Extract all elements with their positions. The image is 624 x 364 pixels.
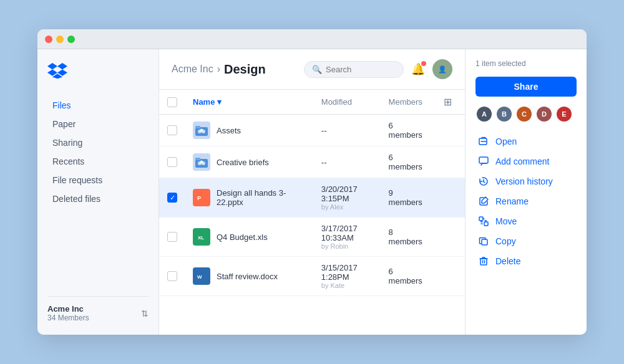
row-members-cell: 6 members [381,257,436,296]
header-checkbox-wrapper [167,97,178,108]
avatar-image: 👤 [432,59,452,79]
row-checkbox[interactable] [167,193,177,203]
app-window: Files Paper Sharing Recents File request… [37,29,587,335]
breadcrumb-chevron-icon: › [217,64,220,75]
svg-text:XL: XL [198,235,204,241]
share-button[interactable]: Share [475,77,577,97]
chevron-updown-icon[interactable]: ⇅ [141,309,149,318]
action-rename-label: Rename [495,196,529,206]
row-modified-cell: -- [314,115,381,146]
sidebar-item-files[interactable]: Files [47,97,149,114]
row-modified-cell: 3/17/2017 10:33AM by Robin [314,218,381,257]
row-modified-cell: 3/20/2017 3:15PM by Alex [314,178,381,218]
action-copy[interactable]: Copy [475,231,577,251]
file-table: Name ▾ Modified Members ⊞ [159,90,465,296]
action-list: Open Add comment Version history [475,132,577,271]
action-version-history-label: Version history [495,176,553,186]
sidebar-footer-info: Acme Inc 34 Members [47,304,89,322]
pptx-icon: P [193,189,210,206]
dropbox-logo-icon [47,62,67,79]
row-checkbox[interactable] [167,157,177,167]
search-input[interactable] [326,65,396,74]
action-move-label: Move [495,216,517,226]
action-open-label: Open [495,136,517,146]
breadcrumb-parent[interactable]: Acme Inc [172,64,213,75]
header-checkbox-col [159,90,185,115]
svg-point-9 [200,161,203,164]
copy-icon [478,236,489,247]
sidebar-item-paper[interactable]: Paper [47,115,149,133]
notification-badge [421,61,426,66]
sidebar: Files Paper Sharing Recents File request… [37,49,159,335]
action-open[interactable]: Open [475,132,577,151]
svg-rect-21 [480,259,487,265]
row-checkbox-cell [159,115,185,146]
row-members-cell: 6 members [381,146,436,178]
row-modified-cell: -- [314,146,381,178]
search-icon: 🔍 [312,65,322,74]
svg-rect-6 [195,158,200,160]
open-icon [478,136,489,147]
row-checkbox-cell [159,146,185,178]
sidebar-item-sharing[interactable]: Sharing [47,134,149,151]
row-name-cell: Creative briefs [185,146,314,178]
file-table-header: Name ▾ Modified Members ⊞ [159,90,465,115]
row-checkbox-cell [159,257,185,296]
row-name-cell: Assets [185,115,314,146]
table-row[interactable]: W Staff review.docx 3/15/2017 1:28PM by … [159,257,465,296]
sidebar-nav: Files Paper Sharing Recents File request… [47,97,149,296]
sidebar-item-file-requests[interactable]: File requests [47,171,149,189]
table-row[interactable]: Assets -- 6 members [159,115,465,146]
member-avatar-2: B [495,105,513,123]
col-grid-view[interactable]: ⊞ [436,90,465,115]
maximize-dot[interactable] [67,36,75,43]
svg-text:W: W [197,274,202,280]
action-rename[interactable]: Rename [475,191,577,211]
table-row[interactable]: XL Q4 Budget.xls 3/17/2017 10:33AM by Ro… [159,218,465,257]
action-add-comment[interactable]: Add comment [475,151,577,171]
notification-bell[interactable]: 🔔 [411,62,425,76]
breadcrumb-current: Design [224,62,266,77]
sidebar-item-deleted-files[interactable]: Deleted files [47,190,149,208]
header-checkbox[interactable] [167,97,177,107]
sidebar-footer: Acme Inc 34 Members ⇅ [47,296,149,322]
row-actions-cell [436,146,465,178]
col-name[interactable]: Name ▾ [185,90,314,115]
row-actions-cell [436,178,465,218]
row-checkbox[interactable] [167,125,177,135]
move-icon [478,216,489,227]
table-row[interactable]: P Design all hands 3-22.pptx 3/20/2017 3… [159,178,465,218]
header-right: 🔍 🔔 👤 [304,59,452,79]
row-actions-cell [436,257,465,296]
member-avatar-1: A [475,105,493,123]
delete-icon [478,256,489,267]
action-delete-label: Delete [495,256,520,266]
member-avatar-3: C [515,105,533,123]
grid-view-icon: ⊞ [444,97,452,107]
close-dot[interactable] [45,36,52,43]
row-checkbox[interactable] [167,232,177,242]
right-panel: 1 item selected Share A B C D E [465,49,587,335]
content-area: Acme Inc › Design 🔍 🔔 👤 [159,49,465,335]
action-move[interactable]: Move [475,211,577,231]
file-table-body: Assets -- 6 members [159,115,465,296]
user-avatar[interactable]: 👤 [432,59,452,79]
svg-rect-1 [195,126,200,128]
svg-rect-20 [482,239,487,245]
breadcrumb: Acme Inc › Design [172,62,266,77]
col-members[interactable]: Members [381,90,436,115]
action-delete[interactable]: Delete [475,251,577,271]
file-list-area: Name ▾ Modified Members ⊞ [159,90,465,335]
table-row[interactable]: Creative briefs -- 6 members [159,146,465,178]
sidebar-item-recents[interactable]: Recents [47,153,149,170]
row-checkbox-cell [159,218,185,257]
search-box[interactable]: 🔍 [304,61,404,78]
row-members-cell: 6 members [381,115,436,146]
member-avatar-5: E [555,105,573,123]
row-checkbox-cell [159,178,185,218]
action-version-history[interactable]: Version history [475,171,577,191]
svg-rect-19 [484,222,488,226]
row-checkbox[interactable] [167,271,177,281]
minimize-dot[interactable] [56,36,64,43]
col-modified[interactable]: Modified [314,90,381,115]
